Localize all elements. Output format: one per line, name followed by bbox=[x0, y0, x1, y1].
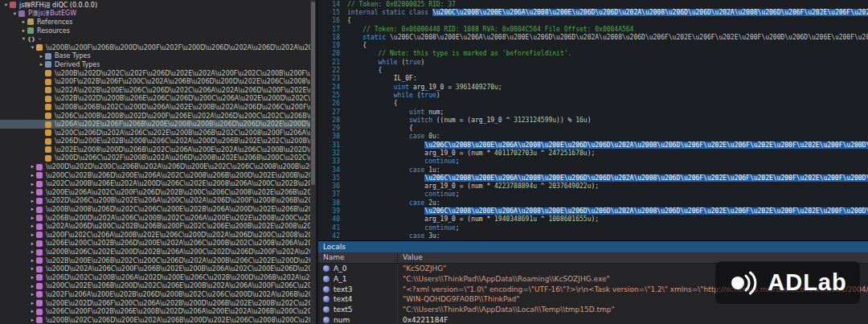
code-token[interactable]: 1940348691u bbox=[494, 215, 537, 223]
code-token[interactable] bbox=[347, 174, 424, 182]
code-token[interactable]: : bbox=[436, 166, 440, 174]
code-line[interactable]: 20 // Note: this type is marked as 'befo… bbox=[318, 50, 868, 58]
tree-item[interactable]: ▸\u200E\u206A\u202C\u200F\u206D\u202B\u2… bbox=[0, 188, 310, 197]
code-token[interactable]: { bbox=[347, 100, 398, 107]
code-line[interactable]: 17 // Token: 0x06000440 RID: 1088 RVA: 0… bbox=[318, 25, 868, 33]
code-line[interactable]: 34 case 1u: bbox=[318, 166, 868, 174]
line-number[interactable]: 39 bbox=[318, 207, 347, 215]
code-token[interactable] bbox=[347, 133, 409, 140]
code-token[interactable]: 16u bbox=[575, 117, 587, 124]
code-token[interactable]: while bbox=[379, 59, 398, 66]
expand-icon[interactable]: ▸ bbox=[29, 318, 36, 323]
tree-item[interactable]: ▸References bbox=[0, 18, 310, 27]
code-token[interactable] bbox=[347, 158, 424, 165]
line-number[interactable]: 31 bbox=[318, 141, 347, 149]
collapse-icon[interactable]: ▾ bbox=[11, 11, 18, 17]
line-number[interactable]: 18 bbox=[318, 34, 347, 41]
expand-icon[interactable]: ▸ bbox=[29, 224, 36, 229]
highlighted-reference[interactable]: \u206C\u2008\u200E\u206A\u2008\u200E\u20… bbox=[424, 207, 868, 215]
expand-icon[interactable]: ▸ bbox=[29, 190, 36, 195]
code-token[interactable]: { bbox=[347, 67, 382, 74]
code-token[interactable]: continue bbox=[424, 191, 456, 198]
line-number[interactable]: 25 bbox=[318, 92, 347, 99]
code-token[interactable]: switch bbox=[409, 117, 432, 124]
tree-item[interactable]: ▸\u206C\u200F\u202B\u206E\u200B\u202D\u2… bbox=[0, 307, 310, 316]
code-line[interactable]: 40 arg_19_0 = (num * 1940348691u ^ 10086… bbox=[318, 215, 868, 224]
tree-item[interactable]: ▸\u200B\u206C\u202E\u200D\u202B\u206A\u2… bbox=[0, 248, 310, 256]
tree-item[interactable]: \u202A\u202B\u200E\u206C\u206D\u202C\u20… bbox=[0, 86, 310, 95]
code-token[interactable]: 1u bbox=[428, 166, 436, 174]
expand-icon[interactable]: ▸ bbox=[29, 258, 36, 264]
code-line[interactable]: 35 \u206C\u2008\u200E\u206A\u2008\u200E\… bbox=[318, 174, 868, 182]
expand-icon[interactable]: ▸ bbox=[38, 54, 45, 59]
code-token[interactable]: 2037649022u bbox=[548, 183, 591, 190]
code-token[interactable]: ; bbox=[498, 84, 502, 91]
code-token[interactable]: true bbox=[421, 92, 436, 99]
code-token[interactable]: : bbox=[436, 232, 440, 240]
code-token[interactable]: 3u bbox=[428, 232, 436, 240]
code-token[interactable] bbox=[347, 232, 409, 240]
line-number[interactable]: 33 bbox=[318, 158, 347, 165]
line-number[interactable]: 24 bbox=[318, 84, 347, 91]
code-token[interactable]: arg_19_0 = (num * bbox=[347, 215, 494, 223]
code-line[interactable]: 24 uint arg_19_0 = 3961409270u; bbox=[318, 83, 868, 91]
expand-icon[interactable]: ▸ bbox=[38, 62, 45, 68]
code-token[interactable] bbox=[347, 59, 379, 66]
expand-icon[interactable]: ▸ bbox=[29, 182, 36, 187]
code-token[interactable] bbox=[347, 109, 409, 116]
line-number[interactable]: 30 bbox=[318, 133, 347, 140]
code-line[interactable]: 37 continue; bbox=[318, 191, 868, 199]
line-number[interactable]: 35 bbox=[318, 174, 347, 182]
code-token[interactable]: static bbox=[362, 34, 386, 41]
code-token[interactable] bbox=[347, 84, 394, 91]
code-token[interactable]: 4223788894u bbox=[494, 183, 537, 190]
tree-item[interactable]: \u200D\u206C\u202F\u200B\u202A\u206D\u20… bbox=[0, 154, 310, 163]
code-token[interactable]: arg_19_0 = bbox=[409, 84, 456, 91]
tree-item[interactable]: ▸\u206E\u200C\u202B\u206D\u200E\u202A\u2… bbox=[0, 240, 310, 248]
expand-icon[interactable]: ▸ bbox=[29, 275, 36, 281]
tree-item[interactable]: \u202E\u2008\u200D\u206B\u202C\u206A\u20… bbox=[0, 146, 310, 154]
line-number[interactable]: 19 bbox=[318, 42, 347, 49]
code-token[interactable]: uint bbox=[409, 109, 424, 116]
code-token[interactable]: continue bbox=[424, 158, 456, 165]
tree-item[interactable]: \u2008\u206B\u202C\u200D\u206A\u202E\u20… bbox=[0, 103, 310, 112]
tree-item[interactable]: ▸\u200B\u2008\u206D\u202C\u206C\u200E\u2… bbox=[0, 205, 310, 214]
code-token[interactable]: 1008601655u bbox=[548, 215, 591, 223]
tree-item[interactable]: \u206A\u202E\u206F\u206B\u200E\u2008\u20… bbox=[0, 120, 310, 129]
code-token[interactable]: IL_0F: bbox=[347, 75, 417, 82]
code-line[interactable]: 14// Token: 0x02000025 RID: 37 bbox=[318, 0, 868, 8]
line-number[interactable]: 14 bbox=[318, 1, 347, 8]
code-token[interactable] bbox=[347, 92, 394, 99]
code-token[interactable]: // Token: 0x02000025 RID: 37 bbox=[347, 1, 456, 8]
code-token[interactable] bbox=[347, 166, 409, 174]
code-token[interactable]: internal static class bbox=[347, 9, 428, 16]
tree-item[interactable]: ▾{}- bbox=[0, 35, 310, 43]
tree-item[interactable]: ▸\u200D\u202A\u206C\u200F\u206B\u202E\u2… bbox=[0, 265, 310, 273]
line-number[interactable]: 15 bbox=[318, 9, 347, 16]
code-token[interactable]: ( bbox=[413, 92, 421, 99]
code-token[interactable] bbox=[347, 117, 409, 124]
code-token[interactable]: ) bbox=[588, 117, 592, 124]
code-editor[interactable]: 14// Token: 0x02000025 RID: 3715internal… bbox=[318, 0, 868, 240]
line-number[interactable]: 27 bbox=[318, 109, 347, 116]
code-token[interactable]: ; bbox=[456, 191, 460, 198]
tree-item[interactable]: ▾js聊RFH诏 diQC (0.0.0.0) bbox=[0, 1, 310, 10]
code-token[interactable] bbox=[347, 34, 362, 41]
code-line[interactable]: 42 case 3u: bbox=[318, 232, 868, 240]
tree-item[interactable]: ▸\u202F\u206A\u200E\u202B\u206D\u200B\u2… bbox=[0, 290, 310, 299]
tree-item[interactable]: ▸\u200C\u202B\u206D\u200E\u206A\u202C\u2… bbox=[0, 171, 310, 180]
code-token[interactable]: 2u bbox=[428, 199, 436, 207]
tree-item[interactable]: ▸Base Types bbox=[0, 52, 310, 61]
line-number[interactable]: 28 bbox=[318, 117, 347, 124]
code-token[interactable]: : bbox=[436, 133, 440, 140]
line-number[interactable]: 20 bbox=[318, 50, 347, 57]
expand-icon[interactable]: ▸ bbox=[20, 19, 27, 25]
code-token[interactable] bbox=[347, 141, 424, 149]
line-number[interactable]: 16 bbox=[318, 17, 347, 24]
tree-item[interactable]: \u206C\u200B\u2008\u202D\u200F\u206E\u20… bbox=[0, 112, 310, 121]
tree-item[interactable]: ▸Resources bbox=[0, 27, 310, 35]
code-line[interactable]: 18 static \u206C\u2008\u200E\u206A\u2008… bbox=[318, 33, 868, 41]
code-token[interactable] bbox=[347, 191, 424, 198]
code-line[interactable]: 22 { bbox=[318, 66, 868, 74]
code-token[interactable]: case bbox=[409, 133, 424, 140]
